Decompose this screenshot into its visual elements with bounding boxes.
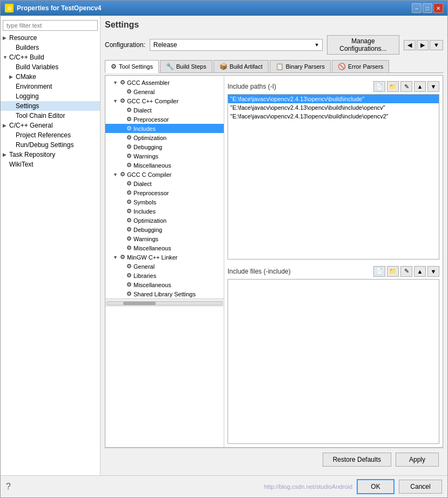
tree-node-label: General xyxy=(133,263,155,270)
tree-gcc-c-symbols[interactable]: ⚙ Symbols xyxy=(105,197,224,207)
sidebar-item-label: Run/Debug Settings xyxy=(16,141,73,149)
gear-icon: ⚙ xyxy=(126,235,132,242)
tab-label: Tool Settings xyxy=(119,63,153,70)
move-up-file-button[interactable]: ▲ xyxy=(414,266,426,277)
ok-button[interactable]: OK xyxy=(357,479,394,494)
expand-arrow: ▶ xyxy=(9,74,15,79)
expand-icon: ▼ xyxy=(113,80,118,85)
sidebar-item-cpp-general[interactable]: ▶ C/C++ General xyxy=(1,121,100,130)
tree-gcc-cpp-compiler[interactable]: ▼ ⚙ GCC C++ Compiler xyxy=(105,96,224,105)
config-select[interactable]: Release xyxy=(150,39,323,51)
tree-gcc-cpp-optimization[interactable]: ⚙ Optimization xyxy=(105,133,224,142)
scroll-thumb[interactable] xyxy=(123,302,156,305)
close-button[interactable]: ✕ xyxy=(433,3,443,13)
add-include-button[interactable]: 📄 xyxy=(373,81,385,92)
add-include-file-button[interactable]: 📄 xyxy=(373,266,385,277)
sidebar-item-project-references[interactable]: Project References xyxy=(1,130,100,140)
tree-gcc-cpp-includes[interactable]: ⚙ Includes xyxy=(105,124,224,133)
sidebar-item-cmake[interactable]: ▶ CMake xyxy=(1,72,100,82)
gear-icon: ⚙ xyxy=(126,134,132,141)
tree-gcc-cpp-misc[interactable]: ⚙ Miscellaneous xyxy=(105,161,224,170)
add-include-file-workspace-button[interactable]: 📁 xyxy=(387,266,399,277)
tab-error-parsers[interactable]: 🚫 Error Parsers xyxy=(332,60,389,72)
minimize-button[interactable]: – xyxy=(412,3,422,13)
cancel-button[interactable]: Cancel xyxy=(399,480,442,494)
tree-gcc-c-misc[interactable]: ⚙ Miscellaneous xyxy=(105,243,224,253)
sidebar-item-logging[interactable]: Logging xyxy=(1,91,100,101)
tab-tool-settings[interactable]: ⚙ Tool Settings xyxy=(105,60,159,73)
expand-arrow: ▶ xyxy=(3,35,8,41)
tree-gcc-assembler-general[interactable]: ⚙ General xyxy=(105,87,224,96)
sidebar-item-run-debug[interactable]: Run/Debug Settings xyxy=(1,140,100,150)
horizontal-scrollbar[interactable] xyxy=(105,298,224,307)
gear-icon: ⚙ xyxy=(126,88,132,95)
filter-input[interactable] xyxy=(3,20,98,31)
include-paths-header: Include paths (-I) 📄 📁 ✎ ▲ ▼ xyxy=(228,79,439,94)
sidebar-item-builders[interactable]: Builders xyxy=(1,43,100,52)
move-down-include-button[interactable]: ▼ xyxy=(427,81,439,92)
tree-gcc-c-dialect[interactable]: ⚙ Dialect xyxy=(105,179,224,188)
tree-mingw-libraries[interactable]: ⚙ Libraries xyxy=(105,271,224,280)
tree-gcc-cpp-warnings[interactable]: ⚙ Warnings xyxy=(105,151,224,161)
restore-defaults-button[interactable]: Restore Defaults xyxy=(323,453,391,467)
gear-icon: ⚙ xyxy=(126,162,132,169)
tree-gcc-c-optimization[interactable]: ⚙ Optimization xyxy=(105,216,224,225)
forward-button[interactable]: ▶ xyxy=(417,40,429,50)
tree-gcc-c-debugging[interactable]: ⚙ Debugging xyxy=(105,225,224,234)
include-files-list[interactable] xyxy=(228,279,439,444)
tree-gcc-c-preprocessor[interactable]: ⚙ Preprocessor xyxy=(105,188,224,197)
tree-mingw-misc[interactable]: ⚙ Miscellaneous xyxy=(105,280,224,289)
tree-gcc-c-warnings[interactable]: ⚙ Warnings xyxy=(105,234,224,243)
tree-gcc-c-compiler[interactable]: ▼ ⚙ GCC C Compiler xyxy=(105,170,224,179)
tree-mingw-general[interactable]: ⚙ General xyxy=(105,262,224,271)
panel-title: Settings xyxy=(105,20,443,30)
back-button[interactable]: ◀ xyxy=(404,40,416,50)
tree-gcc-cpp-debugging[interactable]: ⚙ Debugging xyxy=(105,142,224,151)
tree-mingw-linker[interactable]: ▼ ⚙ MinGW C++ Linker xyxy=(105,253,224,262)
include-files-section: Include files (-include) 📄 📁 ✎ ▲ ▼ xyxy=(228,264,439,444)
sidebar-item-tool-chain-editor[interactable]: Tool Chain Editor xyxy=(1,111,100,121)
sidebar-item-settings[interactable]: Settings xyxy=(1,101,100,111)
sidebar-item-resource[interactable]: ▶ Resource xyxy=(1,33,100,43)
apply-button[interactable]: Apply xyxy=(396,453,439,467)
tree-gcc-c-includes[interactable]: ⚙ Includes xyxy=(105,207,224,216)
move-down-file-button[interactable]: ▼ xyxy=(427,266,439,277)
tree-node-label: Symbols xyxy=(133,199,156,205)
sidebar-item-label: C/C++ Build xyxy=(9,54,44,61)
include-paths-list[interactable]: "E:\face\javacv\opencv2.4.13\opencv\buil… xyxy=(228,94,439,260)
tree-node-label: Miscellaneous xyxy=(133,282,171,288)
sidebar-item-cpp-build[interactable]: ▼ C/C++ Build xyxy=(1,52,100,62)
tree-mingw-shared[interactable]: ⚙ Shared Library Settings xyxy=(105,289,224,298)
include-path-item-2[interactable]: "E:\face\javacv\opencv2.4.13\opencv\buil… xyxy=(228,112,439,121)
expand-arrow: ▶ xyxy=(3,123,8,128)
config-row: Configuration: Release Manage Configurat… xyxy=(105,35,443,55)
tree-node-label: GCC Assembler xyxy=(127,79,170,86)
tree-gcc-assembler[interactable]: ▼ ⚙ GCC Assembler xyxy=(105,78,224,87)
tab-build-artifact[interactable]: 📦 Build Artifact xyxy=(213,60,269,72)
tab-label: Build Steps xyxy=(176,63,206,70)
include-path-item-1[interactable]: "E:\face\javacv\opencv2.4.13\opencv\buil… xyxy=(228,103,439,112)
tab-binary-parsers[interactable]: 📋 Binary Parsers xyxy=(270,60,331,72)
help-icon[interactable]: ? xyxy=(6,482,11,492)
gear-icon: ⚙ xyxy=(126,208,132,215)
dropdown-nav-button[interactable]: ▼ xyxy=(430,40,443,50)
tab-build-steps[interactable]: 🔧 Build Steps xyxy=(160,60,212,72)
window-title: Properties for TestOpencv4 xyxy=(17,4,102,12)
sidebar-item-build-variables[interactable]: Build Variables xyxy=(1,62,100,72)
sidebar-item-label: Build Variables xyxy=(16,63,58,71)
right-panel: Settings Configuration: Release Manage C… xyxy=(101,16,447,475)
sidebar-item-task-repository[interactable]: ▶ Task Repository xyxy=(1,150,100,160)
manage-configurations-button[interactable]: Manage Configurations... xyxy=(327,35,399,55)
tree-gcc-cpp-preprocessor[interactable]: ⚙ Preprocessor xyxy=(105,115,224,124)
tree-gcc-cpp-dialect[interactable]: ⚙ Dialect xyxy=(105,105,224,115)
tab-label: Build Artifact xyxy=(230,63,263,70)
sidebar-item-environment[interactable]: Environment xyxy=(1,82,100,91)
edit-include-file-button[interactable]: ✎ xyxy=(400,266,412,277)
move-up-include-button[interactable]: ▲ xyxy=(414,81,426,92)
include-path-item-0[interactable]: "E:\face\javacv\opencv2.4.13\opencv\buil… xyxy=(228,95,439,103)
sidebar-item-wikitext[interactable]: WikiText xyxy=(1,160,100,169)
add-include-workspace-button[interactable]: 📁 xyxy=(387,81,399,92)
maximize-button[interactable]: □ xyxy=(423,3,432,13)
tree-node-label: Optimization xyxy=(133,217,166,224)
edit-include-button[interactable]: ✎ xyxy=(400,81,412,92)
